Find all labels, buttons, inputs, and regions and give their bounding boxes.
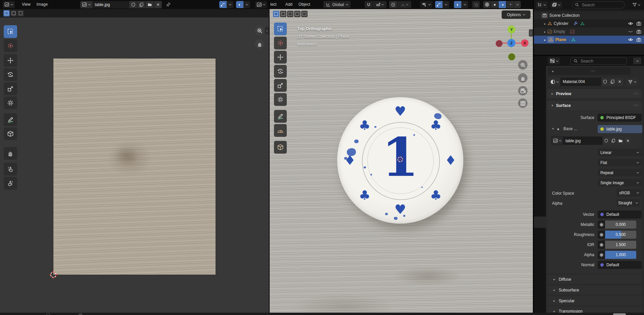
select-mode-extend[interactable] <box>287 11 293 17</box>
tool-tweak-select[interactable] <box>274 23 287 35</box>
pan-button[interactable] <box>518 73 527 83</box>
sidebar-collapse-arrow[interactable]: ‹ <box>265 27 269 34</box>
ior-slider[interactable]: 1.500 <box>605 241 636 249</box>
sidebar-collapse-arrow[interactable]: ‹ <box>529 29 533 37</box>
ior-socket[interactable] <box>598 241 605 249</box>
drag-grip[interactable]: ∷∷ <box>633 92 638 95</box>
outliner-row-scene-collection[interactable]: Scene Collection <box>534 11 644 19</box>
roughness-slider[interactable]: 0.500 <box>605 231 636 239</box>
select-mode-tweak[interactable] <box>273 11 279 17</box>
expand-arrow-icon[interactable]: ▸ <box>543 38 547 42</box>
gizmos-dropdown[interactable] <box>227 1 233 8</box>
fake-user-button[interactable] <box>601 78 608 86</box>
alpha-socket[interactable] <box>598 251 605 259</box>
panel-specular[interactable]: ▸ Specular <box>547 296 642 305</box>
snap-toggle[interactable] <box>365 1 373 8</box>
panel-surface[interactable]: ▾ Surface ∷∷ <box>547 101 642 110</box>
viewport-canvas[interactable]: 1 ♥ ♣ ♦ ♣ ♥ ♣ ♦ ♣ <box>270 9 533 313</box>
search-input[interactable] <box>581 2 622 8</box>
editor-type-button[interactable] <box>548 57 560 65</box>
editor-type-button[interactable] <box>3 1 15 8</box>
xray-toggle[interactable] <box>472 1 480 8</box>
object-visibility-dropdown[interactable] <box>420 1 432 8</box>
menu-select[interactable]: lect <box>270 0 280 9</box>
tool-scale[interactable] <box>274 79 287 92</box>
collapse-arrow-icon[interactable]: ▾ <box>551 127 555 130</box>
panel-subsurface[interactable]: ▸ Subsurface <box>547 285 642 294</box>
unlink-image-button[interactable]: ✕ <box>154 1 162 8</box>
select-mode-subtract[interactable] <box>17 10 24 16</box>
axis-y-positive[interactable]: Y <box>508 26 515 33</box>
search-input[interactable] <box>580 58 624 64</box>
tool-zoom-gesture[interactable] <box>4 177 17 190</box>
breadcrumb-bar[interactable]: ▸ ∷∷ <box>548 67 631 75</box>
hide-eye-icon[interactable] <box>628 37 633 42</box>
editor-type-button[interactable] <box>536 1 548 8</box>
display-mode-button[interactable] <box>550 1 562 8</box>
alpha-mode-dropdown[interactable]: Straight <box>616 199 640 207</box>
alpha-slider[interactable]: 1.000 <box>605 251 636 259</box>
projection-dropdown[interactable]: Flat <box>598 159 642 166</box>
overlays-toggle[interactable]: ◐ <box>236 1 243 8</box>
pin-icon[interactable] <box>166 2 171 7</box>
menu-image[interactable]: Image <box>34 0 51 9</box>
image-browse-button[interactable] <box>551 136 563 145</box>
tool-move[interactable] <box>274 51 287 64</box>
vector-value-button[interactable]: Default <box>598 210 642 219</box>
surface-shader-button[interactable]: Principled BSDF <box>598 114 642 122</box>
options-button[interactable]: Options <box>502 10 531 19</box>
tool-scale[interactable] <box>4 82 17 95</box>
display-channels-button[interactable] <box>255 1 267 8</box>
tool-grab-hand[interactable] <box>4 147 17 160</box>
outliner-row-empty[interactable]: ▸ Empty <box>534 28 644 36</box>
axis-z-positive[interactable]: Z <box>507 39 515 47</box>
tool-cursor[interactable] <box>4 39 17 52</box>
menu-object[interactable]: Object <box>295 0 313 9</box>
tool-pan-gesture[interactable] <box>4 163 17 175</box>
tool-rotate[interactable] <box>4 68 17 81</box>
properties-options-dropdown[interactable] <box>633 57 641 64</box>
tool-move[interactable] <box>4 54 17 67</box>
base-color-value-button[interactable]: table.jpg <box>598 125 642 133</box>
image-editor-canvas[interactable]: ‹ <box>0 17 269 313</box>
pan-button[interactable] <box>255 39 264 49</box>
properties-search[interactable] <box>570 57 627 65</box>
drag-grip[interactable]: ∷∷ <box>633 104 638 107</box>
unlink-material-button[interactable]: ✕ <box>616 78 623 86</box>
extension-dropdown[interactable]: Repeat <box>598 169 642 176</box>
navigation-gizmo[interactable]: Y Z X <box>493 18 530 56</box>
tool-cursor[interactable] <box>274 37 287 49</box>
axis-x-negative[interactable] <box>496 40 503 47</box>
proportional-edit-toggle[interactable] <box>389 1 397 8</box>
copy-image-button[interactable] <box>610 136 616 145</box>
fake-user-button[interactable] <box>603 136 609 145</box>
menu-add[interactable]: Add <box>282 0 295 9</box>
zoom-button[interactable] <box>518 60 527 70</box>
new-image-button[interactable] <box>137 1 145 8</box>
tool-sample[interactable] <box>4 127 17 140</box>
normal-value-button[interactable]: Default <box>598 261 642 269</box>
metallic-slider[interactable]: 0.000 <box>605 221 636 229</box>
hide-eye-icon[interactable] <box>628 21 633 26</box>
show-gizmos-dropdown[interactable] <box>443 1 449 8</box>
snap-settings[interactable] <box>373 1 386 8</box>
tool-add-cube[interactable] <box>274 141 287 154</box>
tool-annotate[interactable] <box>274 110 287 123</box>
open-image-button[interactable] <box>617 136 624 145</box>
material-browse-button[interactable] <box>549 78 560 86</box>
tool-measure[interactable] <box>274 124 287 137</box>
camera-view-button[interactable] <box>518 86 527 95</box>
outliner-row-cylinder[interactable]: ▸ Cylinder <box>534 19 644 28</box>
shading-material-preview[interactable]: ◑ <box>499 1 506 8</box>
show-gizmos-toggle[interactable] <box>435 1 443 8</box>
select-mode-intersect[interactable] <box>301 11 308 17</box>
panel-diffuse[interactable]: ▸ Diffuse <box>547 275 642 284</box>
proportional-falloff[interactable] <box>397 1 411 8</box>
hidden-eye-icon[interactable] <box>628 29 633 34</box>
image-name-field[interactable]: table.jpg <box>92 1 129 8</box>
select-mode-extend[interactable] <box>10 10 17 16</box>
panel-transmission[interactable]: ▸ Transmission <box>547 307 642 313</box>
disable-render-icon[interactable] <box>636 29 641 34</box>
transform-orientation[interactable]: Global <box>323 1 351 8</box>
cursor-2d[interactable] <box>49 270 58 279</box>
